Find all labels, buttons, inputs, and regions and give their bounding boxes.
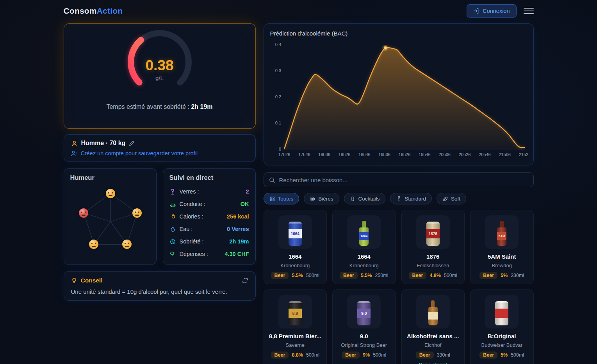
x-tick-label: 20h06 [438, 152, 451, 157]
category-filters: ToutesBièresCocktailsStandardSoft [264, 193, 534, 204]
drink-brand: Budweiser Budvar [474, 342, 529, 348]
live-title: Suivi en direct [169, 174, 249, 181]
abv-value: 5.5% [361, 273, 372, 278]
x-tick-label: 18h26 [338, 152, 350, 157]
drink-card[interactable]: 5AM5AM SaintBrewdogBeer5%330ml [470, 210, 534, 284]
header: ConsomAction Connexion [64, 0, 534, 19]
droplet-icon [169, 226, 176, 233]
drink-badges: Beer8.8%500ml [268, 352, 323, 359]
live-stat-verres: Verres :2 [169, 185, 249, 198]
raised-brow-face[interactable] [122, 240, 132, 249]
live-stat-label: Dépenses : [180, 251, 208, 257]
edit-profile-icon[interactable] [129, 140, 135, 146]
volume-value: 500ml [444, 273, 457, 278]
filter-standard[interactable]: Standard [390, 193, 432, 204]
live-stat-value: 256 kcal [227, 213, 249, 220]
drink-card[interactable]: B:OriginalBudweiser BudvarBeer5%500ml [470, 289, 534, 364]
abv-value: 4.8% [429, 273, 441, 278]
drink-name: 1876 [406, 253, 461, 260]
drink-card[interactable]: 18761876FeldschlössenBeer4.8%500ml [401, 210, 465, 284]
bac-value: 0.38 [117, 57, 203, 74]
drink-name: 1664 [268, 253, 323, 260]
search-icon [269, 177, 275, 183]
filter-soft[interactable]: Soft [437, 193, 466, 204]
lightbulb-icon [71, 277, 77, 284]
drink-badges: Beer5%500ml [474, 352, 529, 359]
category-badge: Beer [340, 272, 358, 279]
drink-brand: Saverne [268, 342, 323, 348]
person-plus-icon [71, 150, 77, 156]
live-stat-dépenses: Dépenses :4.30 CHF [169, 248, 249, 260]
volume-value: 500ml [373, 352, 386, 358]
category-badge: Beer [479, 352, 497, 359]
live-stat-calories: Calories :256 kcal [169, 210, 249, 223]
search-input[interactable] [279, 177, 529, 183]
drink-name: 5AM Saint [474, 253, 529, 260]
x-tick-label: 17h26 [278, 152, 290, 157]
hamburger-menu-icon[interactable] [524, 7, 534, 15]
abv-value: 5% [501, 273, 508, 278]
sobriety-time-value: 2h 19m [191, 103, 212, 110]
drink-image: 1664 [278, 215, 312, 249]
drink-brand: Kronenbourg [268, 263, 323, 268]
filter-toutes[interactable]: Toutes [264, 193, 299, 204]
live-stat-value: 2 [246, 188, 249, 195]
right-column: Prédiction d'alcoolémie (BAC) 00.10.20.3… [264, 23, 534, 364]
standard-glass-icon [396, 196, 402, 202]
live-stat-label: Conduite : [180, 201, 205, 207]
beer-bottle-graphic [428, 300, 438, 325]
filter-cocktails[interactable]: Cocktails [344, 193, 386, 204]
drink-badges: Beer4.8%500ml [406, 272, 461, 279]
x-tick-label: 20h46 [479, 152, 491, 157]
header-actions: Connexion [467, 4, 533, 18]
live-stat-label: Verres : [180, 188, 199, 195]
chart-highlight-dot [384, 46, 387, 50]
beer-can-graphic: 9.0 [357, 301, 371, 325]
y-tick-label: 0.4 [275, 42, 281, 47]
live-stat-value: 0 Verres [227, 226, 249, 232]
tip-card: Conseil Une unité standard = 10g d'alcoo… [64, 271, 256, 301]
anxious-face[interactable] [132, 208, 142, 218]
abv-value: 8.8% [292, 352, 303, 358]
refresh-icon[interactable] [242, 277, 248, 284]
woozy-face[interactable] [106, 189, 115, 198]
volume-value: 330ml [511, 273, 524, 278]
drink-card[interactable]: 9.09.0Original Strong BeerBeer9%500ml [332, 289, 396, 364]
login-button[interactable]: Connexion [467, 4, 516, 18]
drink-card[interactable]: 16641664KronenbourgBeer5.5%250ml [332, 210, 396, 284]
drink-name: 1664 [337, 253, 392, 260]
angry-face[interactable] [79, 208, 88, 218]
bac-gauge: 0.38 g/L [117, 27, 203, 92]
live-stat-value: OK [241, 201, 249, 207]
signup-link-row[interactable]: Créez un compte pour sauvegarder votre p… [71, 150, 248, 156]
drink-image: 9.0 [347, 295, 381, 328]
live-stat-value: 2h 19m [230, 238, 249, 245]
drink-image: 8,8 [278, 295, 312, 328]
signup-link[interactable]: Créez un compte pour sauvegarder votre p… [81, 150, 198, 156]
x-tick-label: 19h46 [419, 152, 431, 157]
drink-card[interactable]: Alkoholfrei sans ...EichhofBeer330mlSans… [401, 289, 465, 364]
drink-image [485, 295, 519, 328]
beer-icon [310, 196, 315, 202]
drink-brand: Eichhof [406, 342, 461, 348]
filter-bières[interactable]: Bières [304, 193, 339, 204]
drink-card[interactable]: 8,88,8 Premium Bier...SaverneBeer8.8%500… [264, 289, 327, 364]
tip-title: Conseil [81, 277, 103, 284]
volume-value: 500ml [511, 352, 524, 358]
drink-badges: Beer5.5%500ml [268, 272, 323, 279]
drink-badges: Beer330ml [406, 352, 461, 359]
cocktail-icon [350, 196, 356, 202]
mood-radar-chart [71, 182, 150, 260]
mood-title: Humeur [70, 174, 150, 181]
drinks-grid: 16641664KronenbourgBeer5.5%500ml16641664… [264, 210, 534, 364]
profile-card: Homme · 70 kg Créez un compte pour sauve… [64, 134, 256, 162]
main-content: 0.38 g/L Temps estimé avant sobriété : 2… [64, 23, 534, 364]
category-badge: Beer [409, 272, 427, 279]
profile-summary: Homme · 70 kg [81, 140, 126, 147]
category-badge: Beer [416, 352, 434, 359]
brand-logo: ConsomAction [64, 6, 123, 16]
drink-card[interactable]: 16641664KronenbourgBeer5.5%500ml [264, 210, 327, 284]
drink-name: B:Original [474, 333, 529, 339]
drink-image: 1876 [416, 215, 450, 249]
drink-badges: Beer5%330ml [474, 272, 529, 279]
